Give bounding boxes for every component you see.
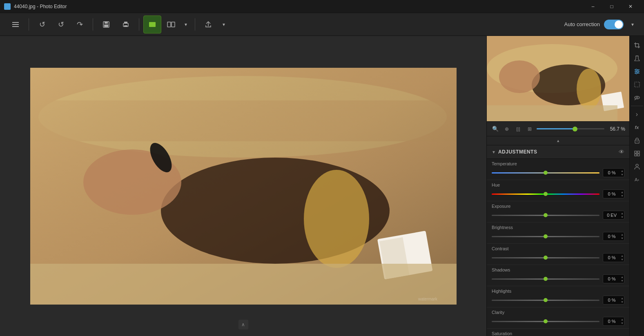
adj-up-2[interactable]: ▲ bbox=[620, 211, 624, 215]
save-button[interactable] bbox=[97, 16, 115, 33]
right-container: 🔍 ⊕ [|] ⊞ 56.7 % ▴ ▼ ADJUSTMENTS bbox=[486, 36, 644, 336]
adj-slider-4[interactable] bbox=[492, 257, 599, 258]
selection-icon bbox=[634, 81, 640, 88]
minimize-button[interactable]: – bbox=[584, 0, 602, 13]
grid-tool-button[interactable] bbox=[631, 147, 643, 160]
adj-down-0[interactable]: ▼ bbox=[620, 173, 624, 176]
adj-value-container-7: 0 % ▲ ▼ bbox=[603, 317, 624, 326]
svg-rect-4 bbox=[124, 22, 127, 24]
adj-up-3[interactable]: ▲ bbox=[620, 233, 624, 236]
photo-content: watermark bbox=[30, 68, 457, 305]
adj-label-1: Hue bbox=[492, 182, 624, 187]
svg-text:watermark: watermark bbox=[418, 297, 438, 301]
expand-right-button[interactable]: › bbox=[631, 108, 643, 120]
adj-slider-6[interactable] bbox=[492, 300, 599, 301]
effects-button[interactable]: fx bbox=[631, 121, 643, 134]
adj-slider-2[interactable] bbox=[492, 215, 599, 216]
text-tool-button[interactable]: Ax bbox=[631, 174, 643, 186]
split-view-button[interactable] bbox=[162, 16, 180, 33]
right-tool-icons: › fx bbox=[629, 36, 644, 336]
adj-slider-0[interactable] bbox=[492, 172, 599, 174]
adj-slider-5[interactable] bbox=[492, 278, 599, 280]
thumbnail-content bbox=[487, 36, 629, 121]
crop-tool-button[interactable] bbox=[631, 39, 643, 51]
auto-correction-dropdown[interactable]: ▾ bbox=[628, 16, 637, 33]
redeye-tool-button[interactable] bbox=[631, 91, 643, 104]
zoom-slider[interactable] bbox=[537, 128, 604, 129]
adj-label-0: Temperature bbox=[492, 161, 624, 166]
adj-arrows-7: ▲ ▼ bbox=[620, 318, 624, 325]
menu-button[interactable] bbox=[7, 16, 25, 33]
split-view-icon bbox=[167, 21, 175, 28]
undo-button[interactable]: ↺ bbox=[33, 16, 51, 33]
adj-up-6[interactable]: ▲ bbox=[620, 296, 624, 300]
lab-tool-button[interactable] bbox=[631, 52, 643, 65]
adj-up-7[interactable]: ▲ bbox=[620, 318, 624, 321]
adj-label-7: Clarity bbox=[492, 310, 624, 315]
canvas-scroll-up[interactable]: ∧ bbox=[238, 320, 248, 329]
svg-point-38 bbox=[637, 71, 639, 72]
adj-up-1[interactable]: ▲ bbox=[620, 190, 624, 194]
adj-value-container-5: 0 % ▲ ▼ bbox=[603, 274, 624, 283]
auto-correction-label: Auto correction bbox=[564, 21, 600, 27]
selection-tool-button[interactable] bbox=[631, 78, 643, 91]
redo-button[interactable]: ↺ bbox=[52, 16, 70, 33]
svg-rect-40 bbox=[635, 82, 640, 87]
right-panel: 🔍 ⊕ [|] ⊞ 56.7 % ▴ ▼ ADJUSTMENTS bbox=[486, 36, 629, 336]
svg-point-42 bbox=[636, 97, 638, 98]
adj-down-2[interactable]: ▼ bbox=[620, 215, 624, 219]
adj-down-4[interactable]: ▼ bbox=[620, 258, 624, 261]
adj-down-5[interactable]: ▼ bbox=[620, 279, 624, 283]
svg-point-25 bbox=[499, 60, 540, 93]
adj-control-5: 0 % ▲ ▼ bbox=[492, 274, 624, 283]
adjustments-section-header[interactable]: ▼ ADJUSTMENTS 👁 bbox=[487, 145, 629, 159]
panel-collapse-button[interactable]: ▴ bbox=[487, 136, 629, 145]
zoom-icon-2[interactable]: ⊕ bbox=[502, 125, 511, 134]
adj-thumb-4 bbox=[544, 256, 548, 260]
share-dropdown-button[interactable]: ▾ bbox=[219, 16, 229, 33]
adj-up-4[interactable]: ▲ bbox=[620, 254, 624, 258]
svg-rect-5 bbox=[124, 25, 127, 27]
zoom-value: 56.7 % bbox=[607, 126, 625, 132]
adjustments-visibility-icon[interactable]: 👁 bbox=[619, 149, 624, 155]
adjustments-label: ADJUSTMENTS bbox=[498, 149, 537, 155]
lock-button[interactable] bbox=[631, 134, 643, 147]
adj-control-4: 0 % ▲ ▼ bbox=[492, 253, 624, 262]
adjustments-tool-button[interactable] bbox=[631, 65, 643, 78]
adj-down-6[interactable]: ▼ bbox=[620, 300, 624, 304]
adj-down-1[interactable]: ▼ bbox=[620, 194, 624, 198]
adjustments-icon bbox=[634, 68, 640, 75]
maximize-button[interactable]: □ bbox=[602, 0, 621, 13]
zoom-icon-1[interactable]: 🔍 bbox=[491, 125, 500, 134]
zoom-icon-3[interactable]: [|] bbox=[514, 125, 523, 134]
grid-icon bbox=[634, 150, 640, 157]
single-view-button[interactable] bbox=[143, 16, 161, 33]
svg-rect-48 bbox=[635, 154, 637, 156]
adj-down-7[interactable]: ▼ bbox=[620, 321, 624, 325]
adj-slider-3[interactable] bbox=[492, 236, 599, 237]
adj-slider-1[interactable] bbox=[492, 194, 599, 195]
adj-thumb-0 bbox=[544, 171, 548, 175]
redeye-icon bbox=[634, 94, 640, 101]
adj-value-6: 0 % bbox=[603, 296, 620, 305]
view-dropdown-button[interactable]: ▾ bbox=[181, 16, 191, 33]
adj-up-0[interactable]: ▲ bbox=[620, 169, 624, 173]
adj-value-2: 0 EV bbox=[603, 211, 620, 220]
print-button[interactable] bbox=[117, 16, 135, 33]
adj-down-3[interactable]: ▼ bbox=[620, 236, 624, 240]
toolbar-divider-3 bbox=[139, 18, 139, 31]
share-button[interactable] bbox=[199, 16, 217, 33]
adj-thumb-2 bbox=[544, 213, 548, 217]
title-bar: 44040.jpg - Photo Editor – □ ✕ bbox=[0, 0, 644, 13]
auto-correction-toggle[interactable] bbox=[604, 20, 624, 29]
svg-rect-7 bbox=[167, 22, 171, 27]
close-button[interactable]: ✕ bbox=[621, 0, 640, 13]
preview-thumbnail bbox=[487, 36, 629, 122]
adj-up-5[interactable]: ▲ bbox=[620, 275, 624, 279]
portrait-tool-button[interactable] bbox=[631, 160, 643, 173]
toggle-knob bbox=[615, 20, 623, 29]
redo2-button[interactable]: ↷ bbox=[71, 16, 89, 33]
zoom-icon-4[interactable]: ⊞ bbox=[525, 125, 534, 134]
adj-slider-7[interactable] bbox=[492, 321, 599, 322]
adjustments-panel: ▼ ADJUSTMENTS 👁 Temperature 0 % ▲ ▼ Hue bbox=[487, 145, 629, 336]
